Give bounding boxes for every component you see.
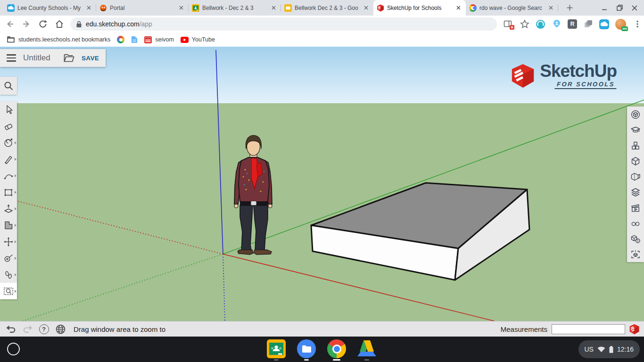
panel-model-info[interactable] — [627, 231, 644, 247]
running-indicator — [364, 359, 369, 361]
sketchup-for-schools-logo: SketchUp FOR SCHOOLS — [510, 62, 617, 89]
bookmark-doc[interactable] — [131, 36, 138, 43]
ground — [0, 103, 644, 321]
tab-close-icon[interactable] — [85, 4, 93, 12]
browser-menu-icon[interactable] — [632, 19, 642, 29]
measurements-input[interactable] — [552, 324, 625, 334]
tool-zoom-window[interactable] — [0, 283, 17, 299]
extension-classlink-icon[interactable] — [599, 19, 609, 29]
shelf-app-chrome[interactable] — [327, 339, 347, 361]
flyout-arrow-icon — [15, 240, 17, 243]
main-menu-icon[interactable] — [7, 54, 16, 61]
tool-paint[interactable] — [0, 134, 17, 151]
flyout-arrow-icon — [15, 273, 17, 276]
tool-offset[interactable] — [0, 217, 17, 233]
tool-select[interactable] — [0, 101, 17, 118]
extension-teal-icon[interactable] — [536, 19, 545, 29]
forward-button[interactable] — [20, 17, 33, 31]
geolocation-globe-button[interactable] — [55, 323, 66, 335]
flyout-arrow-icon — [15, 224, 17, 227]
minimize-button[interactable] — [597, 0, 612, 16]
bookmark-seivom[interactable]: seivom — [144, 36, 174, 43]
tool-move[interactable] — [0, 233, 17, 250]
logo-title: SketchUp — [540, 62, 617, 80]
bookmark-star-icon[interactable] — [520, 19, 529, 29]
redo-button[interactable] — [22, 323, 33, 335]
tool-arc[interactable] — [0, 167, 17, 184]
tool-push-pull[interactable] — [0, 200, 17, 217]
tab-close-icon[interactable] — [362, 4, 370, 12]
open-folder-icon[interactable] — [63, 53, 74, 63]
running-indicator — [274, 359, 279, 361]
tab-bellwork-classroom[interactable]: Bellwork - Dec 2 & 3 — [189, 0, 281, 16]
panel-entity-info[interactable] — [627, 107, 644, 122]
launcher-button[interactable] — [7, 343, 20, 355]
right-panel-bar — [627, 107, 644, 262]
google-slides-icon — [284, 4, 292, 12]
tab-portal[interactable]: Portal — [96, 0, 189, 16]
shelf-app-classroom[interactable] — [266, 339, 286, 361]
tool-walk[interactable] — [0, 266, 17, 283]
panel-scenes[interactable] — [627, 200, 644, 215]
panel-components[interactable] — [627, 138, 644, 153]
bookmark-folder[interactable]: students.leeschools.net bookmarks — [7, 36, 110, 43]
bookmark-swirl[interactable] — [117, 36, 124, 43]
tool-shape[interactable] — [0, 184, 17, 200]
clock: 12:16 — [617, 346, 634, 353]
panel-display[interactable] — [627, 215, 644, 231]
browser-toolbar: edu.sketchup.com/app R — [0, 16, 644, 33]
new-tab-button[interactable] — [563, 1, 576, 14]
lock-icon — [76, 21, 82, 28]
search-button[interactable] — [0, 77, 17, 95]
extension-r-icon[interactable]: R — [568, 19, 577, 29]
bookmark-youtube[interactable]: YouTube — [181, 36, 215, 43]
home-button[interactable] — [53, 17, 66, 31]
search-icon — [3, 81, 14, 91]
sketchup-logo-icon — [510, 63, 536, 89]
shelf-app-files[interactable] — [297, 339, 316, 361]
extension-person-pin-icon[interactable] — [552, 19, 561, 29]
panel-materials[interactable] — [627, 153, 644, 169]
flyout-arrow-icon — [15, 257, 17, 260]
close-window-button[interactable] — [627, 0, 642, 16]
status-bar: ? Drag window area to zoom to Measuremen… — [0, 321, 644, 337]
extension-stack-icon[interactable] — [583, 19, 593, 29]
tab-close-icon[interactable] — [454, 4, 462, 12]
tab-close-icon[interactable] — [177, 4, 185, 12]
panel-tags[interactable] — [627, 184, 644, 200]
tab-title: Portal — [110, 5, 174, 11]
tab-close-icon[interactable] — [270, 4, 278, 12]
closed-tab-icon[interactable] — [504, 19, 513, 29]
classroom-icon — [267, 339, 286, 358]
panel-instructor[interactable] — [627, 122, 644, 138]
flyout-arrow-icon — [15, 290, 17, 293]
save-button[interactable]: SAVE — [82, 55, 99, 62]
profile-avatar[interactable]: on — [615, 19, 626, 30]
tab-bellwork-slides[interactable]: Bellwork Dec 2 & 3 - Goo — [281, 0, 373, 16]
address-bar[interactable]: edu.sketchup.com/app — [70, 17, 497, 31]
shelf-status-area[interactable]: US 12:16 — [578, 340, 640, 358]
panel-ar-view[interactable] — [627, 247, 644, 262]
tab-google-search[interactable]: rdo wave - Google Searc — [466, 0, 558, 16]
tab-title: Lee County Schools - My — [17, 5, 82, 11]
panel-styles[interactable] — [627, 169, 644, 184]
tool-line[interactable] — [0, 151, 17, 167]
document-bar: Untitled SAVE — [0, 49, 106, 67]
tool-hint: Drag window area to zoom to — [74, 325, 501, 333]
flyout-arrow-icon — [15, 207, 17, 210]
tool-tape-measure[interactable] — [0, 250, 17, 266]
tab-lee-county[interactable]: Lee County Schools - My — [4, 0, 96, 16]
back-button[interactable] — [3, 17, 17, 31]
tab-sketchup[interactable]: SketchUp for Schools — [373, 0, 466, 16]
tab-strip: Lee County Schools - My Portal Bellwork … — [0, 0, 644, 16]
tab-close-icon[interactable] — [547, 4, 555, 12]
shelf-app-drive[interactable] — [357, 339, 377, 361]
folder-icon — [7, 36, 15, 43]
help-button[interactable]: ? — [38, 323, 50, 335]
undo-button[interactable] — [5, 323, 17, 335]
tab-title: Bellwork - Dec 2 & 3 — [202, 5, 267, 11]
restore-button[interactable] — [612, 0, 627, 16]
drive-icon — [357, 339, 376, 358]
reload-button[interactable] — [36, 17, 50, 31]
tool-eraser[interactable] — [0, 118, 17, 134]
